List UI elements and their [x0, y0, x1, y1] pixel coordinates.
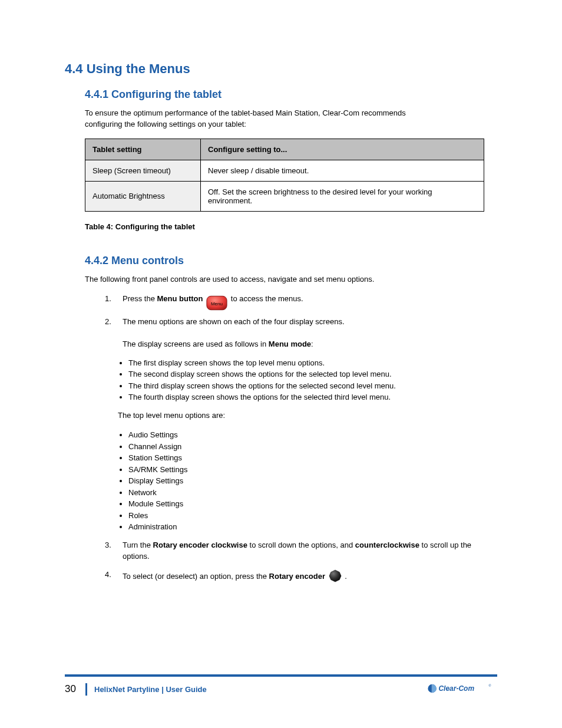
cell-setting-2: Automatic Brightness — [85, 181, 201, 211]
rotary-knob-icon — [329, 569, 342, 582]
logo-text: Clear-Com — [438, 684, 474, 693]
intro-line-1: To ensure the optimum performance of the… — [85, 108, 406, 117]
step1-tail: to access the menus. — [231, 294, 303, 303]
list-menu-mode: The first display screen shows the top l… — [128, 357, 497, 403]
list-item: Module Settings — [128, 498, 497, 510]
th-tablet-setting: Tablet setting — [85, 139, 201, 160]
rotary-ccw-label: counterclockwise — [355, 541, 419, 549]
step-4: 4. To select (or deselect) an option, pr… — [105, 569, 497, 582]
step-number: 2. — [105, 317, 117, 350]
list-item: Roles — [128, 510, 497, 522]
subsection-heading: 4.4.1 Configuring the tablet — [85, 88, 497, 101]
step2-sublabel-2: The top level menu options are: — [118, 410, 497, 421]
step2-sublabel-1: The display screens are used as follows … — [123, 340, 269, 348]
menu-button-icon: Menu — [206, 295, 227, 309]
th-configure: Configure setting to... — [201, 139, 484, 160]
table-row: Sleep (Screen timeout) Never sleep / dis… — [85, 160, 484, 181]
page-footer: 30 HelixNet Partyline | User Guide Clear… — [65, 674, 497, 699]
cell-setting-1: Sleep (Screen timeout) — [85, 160, 201, 181]
section-heading: 4.4 Using the Menus — [65, 61, 497, 77]
cell-value-1: Never sleep / disable timeout. — [201, 160, 484, 181]
list-item: Network — [128, 487, 497, 499]
list-top-level-menus: Audio Settings Channel Assign Station Se… — [128, 429, 497, 533]
step-3: 3. Turn the Rotary encoder clockwise to … — [105, 540, 497, 562]
svg-marker-1 — [329, 570, 340, 582]
step3-mid: to scroll down the options, and — [250, 541, 355, 549]
intro-paragraph: To ensure the optimum performance of the… — [85, 108, 485, 130]
menu-button-label: Menu button — [157, 294, 203, 303]
menu-mode-label: Menu mode — [269, 340, 311, 348]
table-row: Automatic Brightness Off. Set the screen… — [85, 181, 484, 211]
intro-line-2: configuring the following settings on yo… — [85, 120, 246, 129]
doc-title: HelixNet Partyline | User Guide — [87, 685, 207, 694]
menu-button-text: Menu — [211, 302, 223, 307]
step-number: 3. — [105, 540, 117, 562]
step2-text: The menu options are shown on each of th… — [123, 317, 345, 326]
step-number: 1. — [105, 294, 117, 310]
list-item: Channel Assign — [128, 441, 497, 453]
step-1: 1. Press the Menu button Menu — [105, 294, 497, 310]
list-item: SA/RMK Settings — [128, 464, 497, 476]
step4-prefix: To select (or deselect) an option, press… — [123, 572, 269, 581]
intro-2: The following front panel controls are u… — [85, 274, 485, 285]
settings-table: Tablet setting Configure setting to... S… — [85, 139, 484, 212]
step-2: 2. The menu options are shown on each of… — [105, 317, 497, 350]
rotary-cw-label: Rotary encoder clockwise — [153, 541, 247, 549]
step4-tail: . — [345, 572, 347, 581]
svg-rect-3 — [431, 684, 432, 693]
table-caption: Table 4: Configuring the tablet — [85, 222, 497, 231]
list-item: Display Settings — [128, 475, 497, 487]
list-item: Audio Settings — [128, 429, 497, 441]
list-item: The first display screen shows the top l… — [128, 357, 497, 369]
list-item: The third display screen shows the optio… — [128, 380, 497, 392]
subsection-heading-2: 4.4.2 Menu controls — [85, 255, 497, 267]
clear-com-logo: Clear-Com ® — [427, 680, 497, 699]
doc-title-text: HelixNet Partyline | User Guide — [94, 685, 207, 694]
page-number: 30 — [65, 683, 87, 695]
step3-prefix: Turn the — [123, 541, 153, 549]
rotary-encoder-label: Rotary encoder — [269, 572, 325, 581]
cell-value-2: Off. Set the screen brightness to the de… — [201, 181, 484, 211]
step-number: 4. — [105, 569, 117, 582]
list-item: The fourth display screen shows the opti… — [128, 391, 497, 403]
step1-prefix: Press the — [123, 294, 157, 303]
list-item: Station Settings — [128, 452, 497, 464]
list-item: Administration — [128, 521, 497, 533]
list-item: The second display screen shows the opti… — [128, 368, 497, 380]
svg-text:®: ® — [489, 684, 491, 687]
